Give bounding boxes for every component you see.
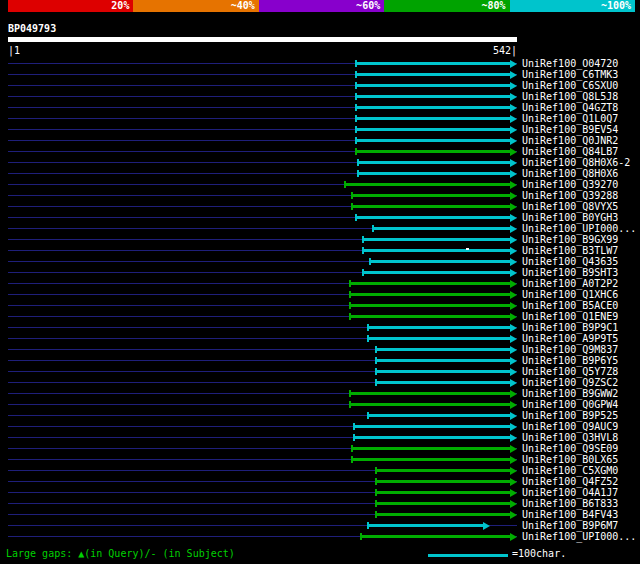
right-arrow-icon (510, 478, 517, 486)
alignment-row: UniRef100_A0T2P2 (0, 278, 640, 289)
alignment-bar (355, 212, 517, 223)
alignment-bar (349, 388, 517, 399)
bar-line (375, 469, 512, 472)
right-arrow-icon (510, 159, 517, 167)
alignment-row: UniRef100_Q9ZSC2 (0, 377, 640, 388)
color-key-label: 20% (111, 0, 129, 12)
alignment-row: UniRef100_B4FV43 (0, 509, 640, 520)
alignment-row: UniRef100_Q8VYX5 (0, 201, 640, 212)
alignment-bar (362, 234, 517, 245)
bar-line (351, 194, 512, 197)
subject-id-label: UniRef100_Q9M837 (522, 344, 618, 355)
alignment-bar (375, 487, 517, 498)
alignment-bar (353, 432, 517, 443)
right-arrow-icon (510, 423, 517, 431)
alignment-bar (351, 454, 517, 465)
subject-id-label: UniRef100_UPI000... (522, 223, 636, 234)
alignment-bar (351, 190, 517, 201)
subject-id-label: UniRef100_B0YGH3 (522, 212, 618, 223)
right-arrow-icon (510, 357, 517, 365)
subject-id-label: UniRef100_Q39270 (522, 179, 618, 190)
alignment-row: UniRef100_B0YGH3 (0, 212, 640, 223)
right-arrow-icon (510, 390, 517, 398)
alignment-bar (369, 256, 517, 267)
right-arrow-icon (510, 368, 517, 376)
bar-line (362, 271, 512, 274)
alignment-bar (349, 311, 517, 322)
color-key-label: ~60% (356, 0, 380, 12)
alignment-row: UniRef100_Q8L5J8 (0, 91, 640, 102)
bar-line (349, 392, 512, 395)
bar-line (367, 326, 512, 329)
subject-id-label: UniRef100_Q5Y7Z8 (522, 366, 618, 377)
alignment-row: UniRef100_B9P6Y5 (0, 355, 640, 366)
bar-line (351, 205, 512, 208)
bar-line (353, 436, 512, 439)
alignment-bar (362, 267, 517, 278)
bar-line (355, 62, 512, 65)
bar-line (362, 249, 512, 252)
right-arrow-icon (510, 181, 517, 189)
alignment-row: UniRef100_B0LX65 (0, 454, 640, 465)
alignment-row: UniRef100_Q4GZT8 (0, 102, 640, 113)
subject-id-label: UniRef100_Q9SE09 (522, 443, 618, 454)
alignment-row: UniRef100_UPI000... (0, 531, 640, 542)
right-arrow-icon (510, 192, 517, 200)
alignment-bar (355, 102, 517, 113)
bar-line (355, 84, 512, 87)
alignment-bar (349, 399, 517, 410)
bar-line (375, 359, 512, 362)
alignment-row: UniRef100_B9GX99 (0, 234, 640, 245)
subject-id-label: UniRef100_Q1XHC6 (522, 289, 618, 300)
alignment-row: UniRef100_C6TMK3 (0, 69, 640, 80)
subject-id-label: UniRef100_B5ACE0 (522, 300, 618, 311)
subject-id-label: UniRef100_Q0JNR2 (522, 135, 618, 146)
alignment-bar (367, 333, 517, 344)
bar-line (367, 524, 484, 527)
right-arrow-icon (510, 456, 517, 464)
query-bar (8, 37, 517, 42)
right-arrow-icon (510, 214, 517, 222)
alignment-overview: 20%~40%~60%~80%~100% BP049793 |1 542| Un… (0, 0, 640, 564)
alignment-bar (375, 509, 517, 520)
subject-id-label: UniRef100_B9GWW2 (522, 388, 618, 399)
bar-line (375, 502, 512, 505)
alignment-row: UniRef100_B9EV54 (0, 124, 640, 135)
subject-id-label: UniRef100_Q9AUC9 (522, 421, 618, 432)
alignment-bar (351, 201, 517, 212)
bar-line (367, 414, 512, 417)
alignment-bar (355, 146, 517, 157)
right-arrow-icon (510, 302, 517, 310)
right-arrow-icon (510, 148, 517, 156)
bar-line (355, 139, 512, 142)
alignment-bar (367, 322, 517, 333)
subject-id-label: UniRef100_B9P6Y5 (522, 355, 618, 366)
alignment-bar (355, 135, 517, 146)
alignment-row: UniRef100_Q0JNR2 (0, 135, 640, 146)
right-arrow-icon (510, 126, 517, 134)
right-arrow-icon (510, 115, 517, 123)
alignment-row: UniRef100_Q0GPW4 (0, 399, 640, 410)
alignment-bar (375, 366, 517, 377)
subject-id-label: UniRef100_B0LX65 (522, 454, 618, 465)
alignment-bar (375, 498, 517, 509)
subject-id-label: UniRef100_C6SXU0 (522, 80, 618, 91)
alignment-row: UniRef100_B9GWW2 (0, 388, 640, 399)
right-arrow-icon (510, 500, 517, 508)
right-arrow-icon (510, 170, 517, 178)
alignment-bar (355, 124, 517, 135)
subject-id-label: UniRef100_Q1ENE9 (522, 311, 618, 322)
subject-id-label: UniRef100_Q9ZSC2 (522, 377, 618, 388)
alignment-row: UniRef100_Q5Y7Z8 (0, 366, 640, 377)
subject-id-label: UniRef100_Q3HVL8 (522, 432, 618, 443)
subject-id-label: UniRef100_UPI000... (522, 531, 636, 542)
right-arrow-icon (510, 93, 517, 101)
color-key-label: ~40% (231, 0, 255, 12)
alignment-row: UniRef100_Q9SE09 (0, 443, 640, 454)
alignment-row: UniRef100_C5XGM0 (0, 465, 640, 476)
alignment-bar (349, 300, 517, 311)
alignment-bar (375, 377, 517, 388)
alignment-row: UniRef100_Q8H0X6 (0, 168, 640, 179)
alignment-row: UniRef100_Q3HVL8 (0, 432, 640, 443)
alignment-bar (353, 421, 517, 432)
